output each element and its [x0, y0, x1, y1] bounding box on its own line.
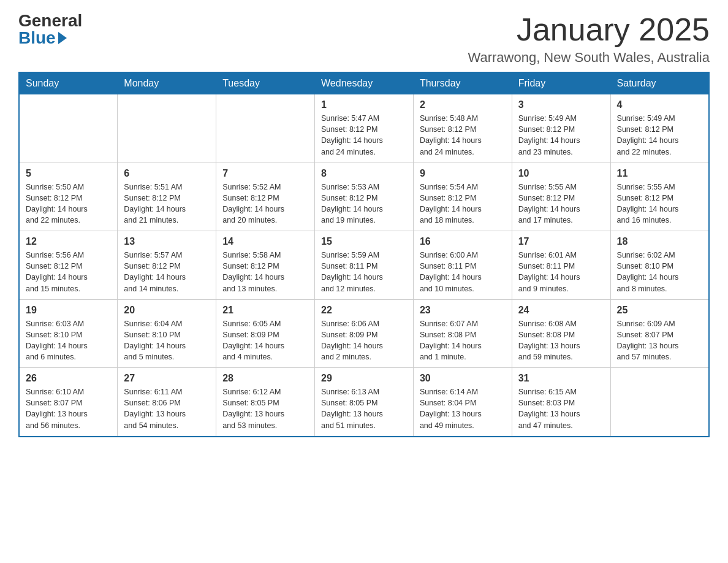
- day-of-week-header: Saturday: [610, 72, 709, 94]
- week-row: 19Sunrise: 6:03 AM Sunset: 8:10 PM Dayli…: [19, 299, 709, 368]
- day-number: 17: [518, 236, 604, 247]
- day-number: 11: [617, 168, 702, 179]
- day-number: 27: [124, 373, 210, 384]
- logo: General Blue: [18, 12, 82, 47]
- day-number: 18: [617, 236, 702, 247]
- calendar-day-cell: 30Sunrise: 6:14 AM Sunset: 8:04 PM Dayli…: [413, 368, 512, 437]
- day-info: Sunrise: 6:07 AM Sunset: 8:08 PM Dayligh…: [420, 318, 506, 363]
- day-number: 21: [222, 305, 308, 316]
- day-number: 25: [617, 305, 702, 316]
- day-number: 12: [26, 236, 111, 247]
- day-number: 1: [321, 99, 407, 110]
- calendar-title: January 2025: [468, 12, 710, 47]
- day-number: 19: [26, 305, 111, 316]
- calendar-day-cell: [610, 368, 709, 437]
- day-number: 5: [26, 168, 111, 179]
- page-header: General Blue January 2025 Warrawong, New…: [18, 12, 710, 66]
- days-of-week-row: SundayMondayTuesdayWednesdayThursdayFrid…: [19, 72, 709, 94]
- day-number: 3: [518, 99, 604, 110]
- day-of-week-header: Sunday: [19, 72, 118, 94]
- day-info: Sunrise: 6:14 AM Sunset: 8:04 PM Dayligh…: [420, 386, 506, 431]
- week-row: 5Sunrise: 5:50 AM Sunset: 8:12 PM Daylig…: [19, 163, 709, 231]
- calendar-day-cell: 13Sunrise: 5:57 AM Sunset: 8:12 PM Dayli…: [118, 231, 216, 300]
- calendar-day-cell: 18Sunrise: 6:02 AM Sunset: 8:10 PM Dayli…: [610, 231, 709, 300]
- day-info: Sunrise: 5:59 AM Sunset: 8:11 PM Dayligh…: [321, 250, 407, 294]
- calendar-day-cell: 24Sunrise: 6:08 AM Sunset: 8:08 PM Dayli…: [512, 299, 610, 368]
- calendar-day-cell: 21Sunrise: 6:05 AM Sunset: 8:09 PM Dayli…: [216, 299, 315, 368]
- day-info: Sunrise: 5:53 AM Sunset: 8:12 PM Dayligh…: [321, 182, 407, 226]
- calendar-day-cell: 11Sunrise: 5:55 AM Sunset: 8:12 PM Dayli…: [610, 163, 709, 231]
- day-info: Sunrise: 5:58 AM Sunset: 8:12 PM Dayligh…: [222, 250, 308, 294]
- day-of-week-header: Monday: [118, 72, 216, 94]
- calendar-day-cell: 10Sunrise: 5:55 AM Sunset: 8:12 PM Dayli…: [512, 163, 610, 231]
- day-info: Sunrise: 5:56 AM Sunset: 8:12 PM Dayligh…: [26, 250, 111, 294]
- calendar-day-cell: 2Sunrise: 5:48 AM Sunset: 8:12 PM Daylig…: [413, 94, 512, 163]
- day-info: Sunrise: 5:54 AM Sunset: 8:12 PM Dayligh…: [420, 182, 506, 226]
- calendar-table: SundayMondayTuesdayWednesdayThursdayFrid…: [18, 72, 710, 437]
- day-info: Sunrise: 5:48 AM Sunset: 8:12 PM Dayligh…: [420, 113, 506, 158]
- day-info: Sunrise: 5:49 AM Sunset: 8:12 PM Dayligh…: [617, 113, 702, 158]
- calendar-location: Warrawong, New South Wales, Australia: [468, 50, 710, 66]
- day-number: 28: [222, 373, 308, 384]
- logo-triangle-icon: [58, 32, 67, 44]
- day-info: Sunrise: 6:05 AM Sunset: 8:09 PM Dayligh…: [222, 318, 308, 363]
- calendar-day-cell: 9Sunrise: 5:54 AM Sunset: 8:12 PM Daylig…: [413, 163, 512, 231]
- title-block: January 2025 Warrawong, New South Wales,…: [468, 12, 710, 66]
- week-row: 26Sunrise: 6:10 AM Sunset: 8:07 PM Dayli…: [19, 368, 709, 437]
- day-of-week-header: Friday: [512, 72, 610, 94]
- day-info: Sunrise: 6:12 AM Sunset: 8:05 PM Dayligh…: [222, 386, 308, 431]
- day-info: Sunrise: 6:09 AM Sunset: 8:07 PM Dayligh…: [617, 318, 702, 363]
- week-row: 12Sunrise: 5:56 AM Sunset: 8:12 PM Dayli…: [19, 231, 709, 300]
- day-number: 23: [420, 305, 506, 316]
- calendar-day-cell: 29Sunrise: 6:13 AM Sunset: 8:05 PM Dayli…: [315, 368, 414, 437]
- logo-blue: Blue: [18, 29, 67, 47]
- day-number: 29: [321, 373, 407, 384]
- calendar-day-cell: 14Sunrise: 5:58 AM Sunset: 8:12 PM Dayli…: [216, 231, 315, 300]
- calendar-day-cell: 22Sunrise: 6:06 AM Sunset: 8:09 PM Dayli…: [315, 299, 414, 368]
- day-info: Sunrise: 6:08 AM Sunset: 8:08 PM Dayligh…: [518, 318, 604, 363]
- day-info: Sunrise: 5:52 AM Sunset: 8:12 PM Dayligh…: [222, 182, 308, 226]
- calendar-day-cell: 1Sunrise: 5:47 AM Sunset: 8:12 PM Daylig…: [315, 94, 414, 163]
- day-info: Sunrise: 5:57 AM Sunset: 8:12 PM Dayligh…: [124, 250, 210, 294]
- day-info: Sunrise: 5:47 AM Sunset: 8:12 PM Dayligh…: [321, 113, 407, 158]
- day-info: Sunrise: 6:13 AM Sunset: 8:05 PM Dayligh…: [321, 386, 407, 431]
- calendar-day-cell: 15Sunrise: 5:59 AM Sunset: 8:11 PM Dayli…: [315, 231, 414, 300]
- day-info: Sunrise: 5:51 AM Sunset: 8:12 PM Dayligh…: [124, 182, 210, 226]
- day-number: 20: [124, 305, 210, 316]
- calendar-day-cell: [19, 94, 118, 163]
- calendar-day-cell: 31Sunrise: 6:15 AM Sunset: 8:03 PM Dayli…: [512, 368, 610, 437]
- day-number: 15: [321, 236, 407, 247]
- calendar-day-cell: 12Sunrise: 5:56 AM Sunset: 8:12 PM Dayli…: [19, 231, 118, 300]
- day-number: 7: [222, 168, 308, 179]
- week-row: 1Sunrise: 5:47 AM Sunset: 8:12 PM Daylig…: [19, 94, 709, 163]
- calendar-day-cell: 27Sunrise: 6:11 AM Sunset: 8:06 PM Dayli…: [118, 368, 216, 437]
- calendar-day-cell: 28Sunrise: 6:12 AM Sunset: 8:05 PM Dayli…: [216, 368, 315, 437]
- day-info: Sunrise: 5:50 AM Sunset: 8:12 PM Dayligh…: [26, 182, 111, 226]
- calendar-day-cell: 25Sunrise: 6:09 AM Sunset: 8:07 PM Dayli…: [610, 299, 709, 368]
- calendar-day-cell: [118, 94, 216, 163]
- calendar-day-cell: 4Sunrise: 5:49 AM Sunset: 8:12 PM Daylig…: [610, 94, 709, 163]
- day-info: Sunrise: 6:02 AM Sunset: 8:10 PM Dayligh…: [617, 250, 702, 294]
- calendar-day-cell: 19Sunrise: 6:03 AM Sunset: 8:10 PM Dayli…: [19, 299, 118, 368]
- calendar-day-cell: 26Sunrise: 6:10 AM Sunset: 8:07 PM Dayli…: [19, 368, 118, 437]
- calendar-day-cell: 17Sunrise: 6:01 AM Sunset: 8:11 PM Dayli…: [512, 231, 610, 300]
- day-info: Sunrise: 5:49 AM Sunset: 8:12 PM Dayligh…: [518, 113, 604, 158]
- day-of-week-header: Thursday: [413, 72, 512, 94]
- day-number: 22: [321, 305, 407, 316]
- day-number: 31: [518, 373, 604, 384]
- calendar-body: 1Sunrise: 5:47 AM Sunset: 8:12 PM Daylig…: [19, 94, 709, 437]
- day-number: 4: [617, 99, 702, 110]
- day-info: Sunrise: 6:11 AM Sunset: 8:06 PM Dayligh…: [124, 386, 210, 431]
- day-info: Sunrise: 6:10 AM Sunset: 8:07 PM Dayligh…: [26, 386, 111, 431]
- day-info: Sunrise: 6:15 AM Sunset: 8:03 PM Dayligh…: [518, 386, 604, 431]
- calendar-day-cell: [216, 94, 315, 163]
- calendar-day-cell: 5Sunrise: 5:50 AM Sunset: 8:12 PM Daylig…: [19, 163, 118, 231]
- day-number: 8: [321, 168, 407, 179]
- day-number: 14: [222, 236, 308, 247]
- day-info: Sunrise: 5:55 AM Sunset: 8:12 PM Dayligh…: [617, 182, 702, 226]
- day-number: 24: [518, 305, 604, 316]
- day-number: 16: [420, 236, 506, 247]
- calendar-day-cell: 23Sunrise: 6:07 AM Sunset: 8:08 PM Dayli…: [413, 299, 512, 368]
- day-info: Sunrise: 6:04 AM Sunset: 8:10 PM Dayligh…: [124, 318, 210, 363]
- calendar-day-cell: 16Sunrise: 6:00 AM Sunset: 8:11 PM Dayli…: [413, 231, 512, 300]
